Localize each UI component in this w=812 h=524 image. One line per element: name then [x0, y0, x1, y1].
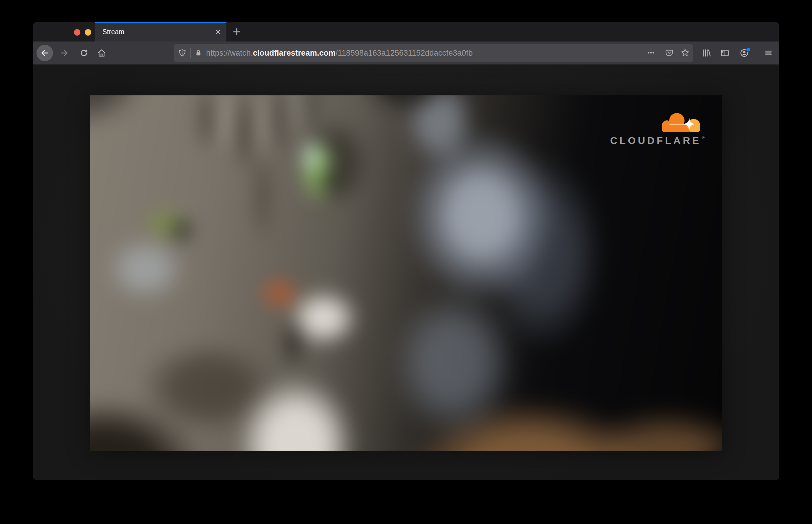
library-icon	[702, 48, 712, 58]
url-scheme: https://watch.	[206, 49, 253, 58]
url-text: https://watch.cloudflarestream.com/11859…	[206, 49, 473, 58]
back-icon	[40, 48, 50, 58]
lock-icon[interactable]	[194, 49, 202, 57]
cloudflare-cloud-icon	[658, 111, 704, 134]
reload-icon	[79, 48, 89, 58]
urlbar-divider	[190, 48, 191, 58]
close-window-button[interactable]	[74, 29, 80, 36]
toolbar-divider	[756, 47, 756, 60]
url-path: /118598a163a125631152ddaccfe3a0fb	[336, 49, 473, 58]
close-tab-icon[interactable]: ✕	[215, 28, 221, 36]
bookmark-star-icon	[680, 48, 690, 58]
page-content: CLOUDFLARE®	[33, 64, 779, 480]
pocket-button[interactable]	[665, 48, 674, 58]
page-actions-button[interactable]	[646, 48, 656, 58]
cloudflare-watermark: CLOUDFLARE®	[610, 111, 704, 146]
library-button[interactable]	[702, 48, 712, 58]
video-player[interactable]: CLOUDFLARE®	[90, 95, 722, 451]
home-icon	[97, 48, 107, 58]
video-frame-cat	[90, 95, 722, 451]
menu-button[interactable]	[763, 48, 774, 58]
browser-window: Stream ✕ +	[33, 22, 779, 480]
account-button[interactable]	[739, 48, 749, 58]
reload-button[interactable]	[79, 48, 89, 58]
bookmark-star-button[interactable]	[680, 48, 690, 58]
account-notification-badge	[746, 47, 751, 52]
home-button[interactable]	[97, 48, 107, 58]
pocket-icon	[665, 48, 674, 58]
back-button[interactable]	[36, 45, 53, 61]
page-actions-icon	[646, 48, 656, 58]
navigation-toolbar: https://watch.cloudflarestream.com/11859…	[33, 42, 779, 64]
shield-icon[interactable]	[178, 49, 186, 58]
tab-stream[interactable]: Stream ✕	[95, 22, 226, 42]
sidebar-icon	[720, 48, 730, 58]
registered-mark: ®	[702, 135, 704, 140]
tab-bar: Stream ✕ +	[33, 22, 779, 42]
url-bar[interactable]: https://watch.cloudflarestream.com/11859…	[174, 44, 693, 62]
menu-icon	[763, 48, 774, 58]
new-tab-button[interactable]: +	[228, 22, 246, 42]
sidebar-button[interactable]	[720, 48, 730, 58]
forward-icon	[59, 48, 69, 58]
minimize-window-button[interactable]	[85, 29, 91, 36]
forward-button[interactable]	[59, 48, 69, 58]
url-domain: cloudflarestream.com	[253, 49, 336, 58]
cloudflare-wordmark: CLOUDFLARE®	[610, 135, 704, 146]
tab-title: Stream	[102, 28, 124, 36]
